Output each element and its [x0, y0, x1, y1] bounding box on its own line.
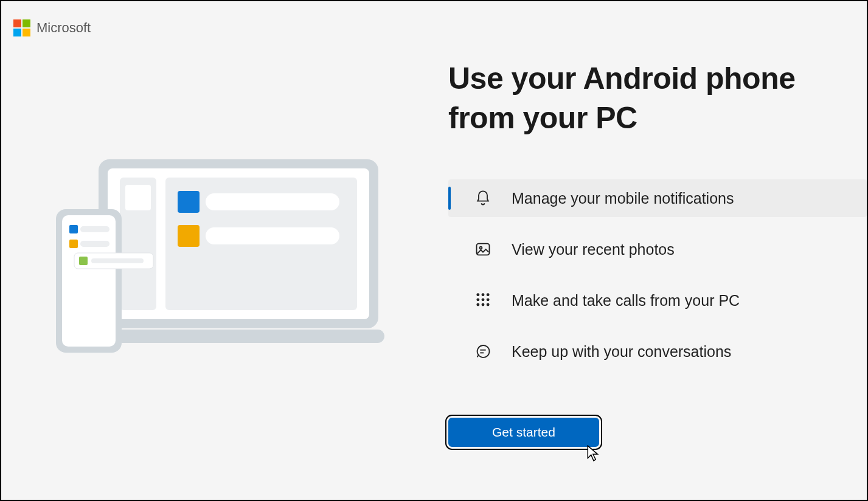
feature-label: Keep up with your conversations: [512, 343, 731, 361]
cursor-icon: [587, 445, 600, 465]
svg-point-24: [477, 299, 479, 301]
svg-rect-8: [178, 225, 200, 247]
svg-rect-2: [86, 330, 384, 343]
dialpad-icon: [474, 292, 492, 309]
svg-rect-4: [125, 185, 151, 210]
svg-rect-17: [79, 257, 88, 265]
svg-point-28: [482, 303, 484, 306]
svg-point-22: [482, 294, 484, 296]
svg-rect-19: [477, 244, 490, 255]
feature-photos[interactable]: View your recent photos: [448, 230, 867, 268]
feature-conversations[interactable]: Keep up with your conversations: [448, 333, 867, 370]
bell-icon: [474, 190, 492, 207]
feature-label: Make and take calls from your PC: [512, 292, 740, 309]
svg-point-25: [482, 299, 484, 301]
svg-rect-14: [69, 240, 78, 248]
svg-point-29: [487, 303, 489, 306]
microsoft-logo-icon: [13, 19, 30, 36]
svg-rect-13: [80, 226, 109, 232]
svg-rect-7: [206, 193, 339, 210]
svg-point-21: [477, 294, 479, 296]
feature-notifications[interactable]: Manage your mobile notifications: [448, 179, 867, 217]
brand-row: Microsoft: [13, 19, 91, 36]
svg-point-27: [477, 303, 479, 306]
feature-list: Manage your mobile notifications View yo…: [448, 179, 867, 384]
devices-illustration: [56, 159, 384, 360]
page-heading: Use your Android phone from your PC: [448, 59, 867, 138]
brand-text: Microsoft: [36, 20, 91, 36]
svg-rect-9: [206, 227, 339, 244]
get-started-button[interactable]: Get started: [448, 418, 599, 447]
svg-point-26: [487, 299, 489, 301]
content-column: Use your Android phone from your PC Mana…: [448, 59, 867, 384]
svg-rect-18: [91, 258, 144, 263]
svg-rect-6: [178, 191, 200, 213]
svg-point-23: [487, 294, 489, 296]
image-icon: [474, 241, 492, 258]
svg-rect-12: [69, 225, 78, 233]
feature-calls[interactable]: Make and take calls from your PC: [448, 282, 867, 319]
svg-rect-11: [62, 215, 116, 347]
svg-point-20: [480, 247, 482, 249]
feature-label: Manage your mobile notifications: [512, 190, 734, 207]
svg-rect-15: [80, 241, 109, 247]
chat-icon: [474, 343, 492, 360]
feature-label: View your recent photos: [512, 241, 675, 258]
